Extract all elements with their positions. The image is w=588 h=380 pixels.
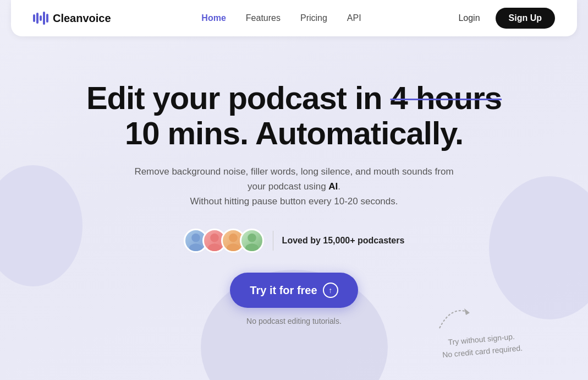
nav-link-features[interactable]: Features — [246, 13, 281, 23]
nav-link-api[interactable]: API — [347, 13, 361, 23]
avatars-group — [184, 229, 264, 253]
bar4 — [43, 12, 45, 25]
svg-point-4 — [229, 234, 238, 242]
cta-arrow-icon: ↑ — [323, 283, 338, 298]
bar5 — [46, 14, 48, 23]
svg-point-2 — [210, 234, 219, 242]
headline-part2: 10 mins. Automatically. — [125, 115, 463, 151]
no-tutorial-text: No podcast editing tutorials. — [246, 317, 342, 325]
nav-item-api[interactable]: API — [347, 13, 361, 23]
subtext-bold: AI — [328, 181, 338, 192]
svg-point-0 — [191, 234, 200, 242]
hero-subtext: Remove background noise, filler words, l… — [129, 164, 459, 209]
cta-button[interactable]: Try it for free ↑ — [230, 273, 358, 308]
bar2 — [36, 13, 39, 24]
social-proof-text: Loved by 15,000+ podcasters — [282, 236, 405, 246]
hero-section: Edit your podcast in 4 hours 10 mins. Au… — [0, 36, 588, 363]
nav-link-pricing[interactable]: Pricing — [300, 13, 327, 23]
social-proof: Loved by 15,000+ podcasters — [184, 229, 405, 253]
nav-item-pricing[interactable]: Pricing — [300, 13, 327, 23]
page-wrapper: Cleanvoice Home Features Pricing API Log… — [0, 0, 588, 380]
svg-point-6 — [248, 234, 256, 242]
nav-item-home[interactable]: Home — [201, 13, 226, 23]
navbar: Cleanvoice Home Features Pricing API Log… — [11, 0, 577, 36]
avatar-4 — [240, 229, 264, 253]
cta-label: Try it for free — [250, 284, 317, 297]
signup-button[interactable]: Sign Up — [496, 8, 555, 29]
svg-point-5 — [227, 243, 240, 253]
bar3 — [40, 15, 42, 21]
bar1 — [33, 14, 35, 22]
svg-point-1 — [189, 243, 202, 253]
logo-text: Cleanvoice — [53, 12, 111, 25]
nav-actions: Login Sign Up — [452, 8, 555, 29]
nav-link-home[interactable]: Home — [201, 13, 226, 23]
nav-item-features[interactable]: Features — [246, 13, 281, 23]
nav-links: Home Features Pricing API — [201, 13, 361, 23]
logo[interactable]: Cleanvoice — [33, 12, 111, 25]
headline-part1: Edit your podcast in — [86, 80, 391, 116]
svg-point-7 — [245, 243, 259, 253]
divider — [273, 231, 273, 251]
svg-point-3 — [208, 243, 221, 253]
logo-icon — [33, 12, 48, 25]
subtext-part1: Remove background noise, filler words, l… — [134, 166, 453, 192]
login-button[interactable]: Login — [452, 9, 486, 28]
hero-headline: Edit your podcast in 4 hours 10 mins. Au… — [86, 80, 502, 151]
headline-strikethrough: 4 hours — [391, 80, 502, 116]
